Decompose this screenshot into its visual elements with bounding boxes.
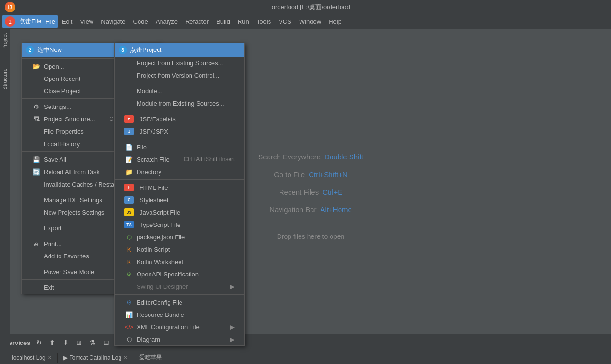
export-label: Export — [44, 225, 62, 232]
go-to-file-text: Go to File — [274, 170, 305, 178]
jsp-icon: J — [124, 128, 134, 135]
services-down-icon[interactable]: ⬇ — [61, 338, 70, 347]
new-resource-bundle[interactable]: 📊 Resource Bundle — [115, 308, 244, 321]
new-project[interactable]: 3 点击Project — [115, 43, 244, 57]
menu-help[interactable]: Help — [325, 16, 345, 27]
manage-ide-label: Manage IDE Settings — [44, 197, 102, 204]
invalidate-label: Invalidate Caches / Restart... — [44, 181, 123, 188]
new-packagejson[interactable]: ⬡ package.json File — [115, 231, 244, 243]
click-file-label: 点击File — [19, 17, 41, 26]
go-to-file-key: Ctrl+Shift+N — [309, 170, 348, 178]
recent-files-key: Ctrl+E — [322, 188, 342, 196]
bottom-area: Services ↻ ⬆ ⬇ ⊞ ⚗ ⊟ + ▶ localhost Log ✕… — [0, 334, 611, 364]
menu-tools[interactable]: Tools — [253, 16, 275, 27]
new-file[interactable]: 📄 File — [115, 141, 244, 153]
apple-tab[interactable]: 爱吃苹果 — [133, 352, 168, 364]
structure-tab[interactable]: Structure — [0, 64, 10, 95]
search-everywhere-key: Double Shift — [324, 153, 363, 161]
power-save-label: Power Save Mode — [44, 268, 94, 275]
new-stylesheet[interactable]: C Stylesheet — [115, 194, 244, 206]
exit-icon — [31, 284, 41, 291]
new-project-existing[interactable]: Project from Existing Sources... — [115, 57, 244, 69]
local-history-icon — [31, 140, 41, 148]
new-module-existing[interactable]: Module from Existing Sources... — [115, 97, 244, 109]
menu-view[interactable]: View — [76, 16, 97, 27]
new-kotlin-worksheet[interactable]: K Kotlin Worksheet — [115, 256, 244, 268]
services-filter-icon[interactable]: ⚗ — [88, 338, 98, 347]
xml-config-icon: </> — [124, 323, 134, 331]
menu-refactor[interactable]: Refactor — [181, 16, 212, 27]
menu-run[interactable]: Run — [234, 16, 253, 27]
jsp-label: JSP/JSPX — [140, 128, 168, 135]
exit-label: Exit — [44, 284, 54, 291]
open-icon: 📂 — [31, 62, 41, 70]
jsf-icon: H — [124, 115, 134, 123]
new-sep1 — [115, 83, 244, 83]
new-directory[interactable]: 📁 Directory — [115, 166, 244, 178]
tomcat-catalina-tab[interactable]: ▶ Tomcat Catalina Log ✕ — [58, 353, 133, 363]
save-all-icon: 💾 — [31, 156, 41, 163]
new-kotlin-script[interactable]: K Kotlin Script — [115, 243, 244, 256]
menu-window[interactable]: Window — [295, 16, 325, 27]
new-scratch[interactable]: 📝 Scratch File Ctrl+Alt+Shift+Insert — [115, 153, 244, 166]
favorites-label: Add to Favorites — [44, 253, 89, 260]
new-sep5 — [115, 294, 244, 295]
editorconfig-icon: ⚙ — [124, 298, 134, 306]
services-layout-icon[interactable]: ⊟ — [101, 338, 111, 347]
select-new-label: 选中New — [37, 46, 62, 54]
project-structure-label: Project Structure... — [44, 116, 95, 123]
new-module[interactable]: Module... — [115, 85, 244, 97]
menu-vcs[interactable]: VCS — [275, 16, 295, 27]
tomcat-close[interactable]: ✕ — [123, 355, 127, 360]
new-projects-icon — [31, 208, 41, 216]
menu-code[interactable]: Code — [130, 16, 152, 27]
recent-files-text: Recent Files — [279, 188, 319, 196]
export-icon — [31, 224, 41, 232]
services-up-icon[interactable]: ⬆ — [48, 338, 57, 347]
drop-zone-text: Drop files here to open — [277, 233, 345, 240]
new-html[interactable]: H HTML File — [115, 181, 244, 194]
openapi-label: OpenAPI Specification — [137, 271, 199, 278]
project-existing-icon — [124, 59, 134, 67]
menu-build[interactable]: Build — [212, 16, 234, 27]
menu-analyze[interactable]: Analyze — [152, 16, 181, 27]
click-project-label: 点击Project — [130, 46, 161, 54]
menu-edit[interactable]: Edit — [58, 16, 76, 27]
new-diagram[interactable]: ⬡ Diagram ▶ — [115, 333, 244, 345]
css-icon: C — [124, 196, 134, 204]
new-typescript[interactable]: TS TypeScript File — [115, 218, 244, 231]
editorconfig-label: EditorConfig File — [137, 299, 182, 306]
scratch-shortcut: Ctrl+Alt+Shift+Insert — [184, 156, 235, 163]
scratch-icon: 📝 — [124, 156, 134, 163]
favorites-icon — [31, 252, 41, 260]
services-refresh-icon[interactable]: ↻ — [34, 338, 44, 347]
menu-navigate[interactable]: Navigate — [97, 16, 129, 27]
new-jsf[interactable]: H JSF/Facelets — [115, 113, 244, 125]
go-to-file-hint: Go to File Ctrl+Shift+N — [274, 170, 348, 178]
settings-icon: ⚙ — [31, 103, 41, 110]
file-icon: 📄 — [124, 143, 134, 151]
file-menu-trigger[interactable]: 1 点击File File — [2, 15, 58, 28]
new-javascript[interactable]: JS JavaScript File — [115, 206, 244, 218]
close-project-icon — [31, 87, 41, 95]
new-xml-config[interactable]: </> XML Configuration File ▶ — [115, 321, 244, 333]
module-icon — [124, 87, 134, 95]
services-bar: Services ↻ ⬆ ⬇ ⊞ ⚗ ⊟ + — [0, 334, 611, 351]
services-grid-icon[interactable]: ⊞ — [74, 338, 84, 347]
open-recent-icon — [31, 75, 41, 82]
packagejson-icon: ⬡ — [124, 233, 134, 241]
new-jsp[interactable]: J JSP/JSPX — [115, 125, 244, 138]
swing-arrow: ▶ — [230, 283, 235, 290]
step1-badge: 1 — [5, 16, 15, 27]
new-sep4 — [115, 179, 244, 180]
project-tab[interactable]: Project — [0, 29, 10, 54]
manage-ide-icon — [31, 196, 41, 204]
new-editorconfig[interactable]: ⚙ EditorConfig File — [115, 296, 244, 308]
file-menu-label: File — [45, 18, 55, 25]
html-icon: H — [124, 184, 134, 191]
new-project-vcs[interactable]: Project from Version Control... — [115, 69, 244, 81]
new-openapi[interactable]: ⚙ OpenAPI Specification — [115, 268, 244, 280]
ts-icon: TS — [124, 221, 134, 228]
localhost-close[interactable]: ✕ — [48, 355, 51, 360]
swing-label: Swing UI Designer — [137, 283, 188, 290]
